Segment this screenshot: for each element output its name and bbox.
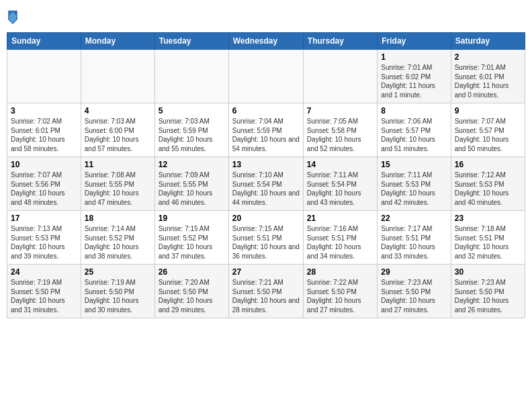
calendar-header-row: SundayMondayTuesdayWednesdayThursdayFrid…	[7, 33, 525, 50]
calendar-cell: 13Sunrise: 7:10 AM Sunset: 5:54 PM Dayli…	[228, 157, 303, 211]
calendar-cell	[303, 50, 377, 103]
calendar-cell: 11Sunrise: 7:08 AM Sunset: 5:55 PM Dayli…	[81, 157, 154, 211]
day-number: 10	[11, 160, 77, 169]
calendar-cell: 9Sunrise: 7:07 AM Sunset: 5:57 PM Daylig…	[451, 103, 525, 157]
calendar-cell: 14Sunrise: 7:11 AM Sunset: 5:54 PM Dayli…	[303, 157, 377, 211]
calendar-cell: 6Sunrise: 7:04 AM Sunset: 5:59 PM Daylig…	[228, 103, 303, 157]
day-info: Sunrise: 7:19 AM Sunset: 5:50 PM Dayligh…	[11, 278, 77, 314]
day-info: Sunrise: 7:06 AM Sunset: 5:57 PM Dayligh…	[381, 117, 447, 153]
calendar-dow-friday: Friday	[378, 33, 451, 50]
day-number: 11	[85, 160, 151, 169]
calendar-week-1: 1Sunrise: 7:01 AM Sunset: 6:02 PM Daylig…	[7, 50, 525, 103]
day-info: Sunrise: 7:17 AM Sunset: 5:51 PM Dayligh…	[381, 224, 447, 261]
calendar-cell	[7, 50, 81, 103]
calendar-table: SundayMondayTuesdayWednesdayThursdayFrid…	[7, 32, 525, 318]
calendar-cell: 21Sunrise: 7:16 AM Sunset: 5:51 PM Dayli…	[303, 211, 377, 265]
day-info: Sunrise: 7:12 AM Sunset: 5:53 PM Dayligh…	[455, 171, 521, 207]
day-number: 21	[307, 214, 373, 223]
day-number: 26	[159, 267, 225, 277]
day-info: Sunrise: 7:16 AM Sunset: 5:51 PM Dayligh…	[307, 224, 373, 261]
day-info: Sunrise: 7:05 AM Sunset: 5:58 PM Dayligh…	[307, 117, 373, 153]
day-number: 9	[455, 106, 521, 116]
calendar-cell: 30Sunrise: 7:23 AM Sunset: 5:50 PM Dayli…	[451, 265, 525, 318]
calendar-cell: 18Sunrise: 7:14 AM Sunset: 5:52 PM Dayli…	[81, 211, 154, 265]
calendar-cell: 27Sunrise: 7:21 AM Sunset: 5:50 PM Dayli…	[228, 265, 303, 318]
calendar-cell: 26Sunrise: 7:20 AM Sunset: 5:50 PM Dayli…	[154, 265, 228, 318]
day-number: 3	[11, 106, 77, 116]
day-info: Sunrise: 7:04 AM Sunset: 5:59 PM Dayligh…	[232, 117, 300, 153]
calendar-dow-monday: Monday	[81, 33, 154, 50]
day-number: 16	[455, 160, 521, 169]
day-number: 8	[381, 106, 447, 116]
calendar-dow-sunday: Sunday	[7, 33, 81, 50]
calendar-cell: 23Sunrise: 7:18 AM Sunset: 5:51 PM Dayli…	[451, 211, 525, 265]
day-info: Sunrise: 7:11 AM Sunset: 5:54 PM Dayligh…	[307, 171, 373, 207]
day-info: Sunrise: 7:23 AM Sunset: 5:50 PM Dayligh…	[381, 278, 447, 314]
day-info: Sunrise: 7:15 AM Sunset: 5:51 PM Dayligh…	[232, 224, 300, 261]
day-info: Sunrise: 7:09 AM Sunset: 5:55 PM Dayligh…	[159, 171, 225, 207]
day-info: Sunrise: 7:07 AM Sunset: 5:57 PM Dayligh…	[455, 117, 521, 153]
calendar-cell: 29Sunrise: 7:23 AM Sunset: 5:50 PM Dayli…	[378, 265, 451, 318]
calendar-cell: 4Sunrise: 7:03 AM Sunset: 6:00 PM Daylig…	[81, 103, 154, 157]
day-info: Sunrise: 7:23 AM Sunset: 5:50 PM Dayligh…	[455, 278, 521, 314]
calendar-dow-tuesday: Tuesday	[154, 33, 228, 50]
day-info: Sunrise: 7:15 AM Sunset: 5:52 PM Dayligh…	[159, 224, 225, 261]
day-info: Sunrise: 7:21 AM Sunset: 5:50 PM Dayligh…	[232, 278, 300, 314]
day-number: 1	[381, 52, 447, 62]
calendar-cell	[228, 50, 303, 103]
day-number: 7	[307, 106, 373, 116]
day-info: Sunrise: 7:19 AM Sunset: 5:50 PM Dayligh…	[85, 278, 151, 314]
calendar-dow-wednesday: Wednesday	[228, 33, 303, 50]
calendar-cell: 7Sunrise: 7:05 AM Sunset: 5:58 PM Daylig…	[303, 103, 377, 157]
day-info: Sunrise: 7:14 AM Sunset: 5:52 PM Dayligh…	[85, 224, 151, 261]
calendar-cell: 15Sunrise: 7:11 AM Sunset: 5:53 PM Dayli…	[378, 157, 451, 211]
day-info: Sunrise: 7:07 AM Sunset: 5:56 PM Dayligh…	[11, 171, 77, 207]
day-number: 15	[381, 160, 447, 169]
day-number: 6	[232, 106, 300, 116]
calendar-week-4: 17Sunrise: 7:13 AM Sunset: 5:53 PM Dayli…	[7, 211, 525, 265]
day-number: 29	[381, 267, 447, 277]
calendar-cell: 24Sunrise: 7:19 AM Sunset: 5:50 PM Dayli…	[7, 265, 81, 318]
calendar-cell: 25Sunrise: 7:19 AM Sunset: 5:50 PM Dayli…	[81, 265, 154, 318]
calendar-cell: 22Sunrise: 7:17 AM Sunset: 5:51 PM Dayli…	[378, 211, 451, 265]
calendar-cell: 10Sunrise: 7:07 AM Sunset: 5:56 PM Dayli…	[7, 157, 81, 211]
day-info: Sunrise: 7:20 AM Sunset: 5:50 PM Dayligh…	[159, 278, 225, 314]
calendar-cell: 12Sunrise: 7:09 AM Sunset: 5:55 PM Dayli…	[154, 157, 228, 211]
day-info: Sunrise: 7:03 AM Sunset: 6:00 PM Dayligh…	[85, 117, 151, 153]
day-number: 5	[159, 106, 225, 116]
day-info: Sunrise: 7:13 AM Sunset: 5:53 PM Dayligh…	[11, 224, 77, 261]
day-number: 19	[159, 214, 225, 223]
calendar-cell: 16Sunrise: 7:12 AM Sunset: 5:53 PM Dayli…	[451, 157, 525, 211]
calendar-cell: 8Sunrise: 7:06 AM Sunset: 5:57 PM Daylig…	[378, 103, 451, 157]
day-info: Sunrise: 7:01 AM Sunset: 6:01 PM Dayligh…	[455, 63, 521, 99]
day-number: 24	[11, 267, 77, 277]
logo	[7, 9, 20, 24]
day-info: Sunrise: 7:11 AM Sunset: 5:53 PM Dayligh…	[381, 171, 447, 207]
day-number: 18	[85, 214, 151, 223]
day-number: 28	[307, 267, 373, 277]
calendar-dow-thursday: Thursday	[303, 33, 377, 50]
page-header	[7, 7, 525, 27]
day-number: 20	[232, 214, 300, 223]
day-info: Sunrise: 7:10 AM Sunset: 5:54 PM Dayligh…	[232, 171, 300, 207]
day-number: 23	[455, 214, 521, 223]
calendar-week-3: 10Sunrise: 7:07 AM Sunset: 5:56 PM Dayli…	[7, 157, 525, 211]
calendar-cell: 20Sunrise: 7:15 AM Sunset: 5:51 PM Dayli…	[228, 211, 303, 265]
calendar-cell: 19Sunrise: 7:15 AM Sunset: 5:52 PM Dayli…	[154, 211, 228, 265]
day-info: Sunrise: 7:22 AM Sunset: 5:50 PM Dayligh…	[307, 278, 373, 314]
calendar-cell	[81, 50, 154, 103]
calendar-week-2: 3Sunrise: 7:02 AM Sunset: 6:01 PM Daylig…	[7, 103, 525, 157]
day-number: 30	[455, 267, 521, 277]
day-number: 22	[381, 214, 447, 223]
day-info: Sunrise: 7:03 AM Sunset: 5:59 PM Dayligh…	[159, 117, 225, 153]
day-info: Sunrise: 7:08 AM Sunset: 5:55 PM Dayligh…	[85, 171, 151, 207]
calendar-cell	[154, 50, 228, 103]
day-number: 12	[159, 160, 225, 169]
day-info: Sunrise: 7:18 AM Sunset: 5:51 PM Dayligh…	[455, 224, 521, 261]
day-number: 4	[85, 106, 151, 116]
calendar-week-5: 24Sunrise: 7:19 AM Sunset: 5:50 PM Dayli…	[7, 265, 525, 318]
calendar-cell: 28Sunrise: 7:22 AM Sunset: 5:50 PM Dayli…	[303, 265, 377, 318]
day-info: Sunrise: 7:01 AM Sunset: 6:02 PM Dayligh…	[381, 63, 447, 99]
day-number: 13	[232, 160, 300, 169]
calendar-cell: 1Sunrise: 7:01 AM Sunset: 6:02 PM Daylig…	[378, 50, 451, 103]
